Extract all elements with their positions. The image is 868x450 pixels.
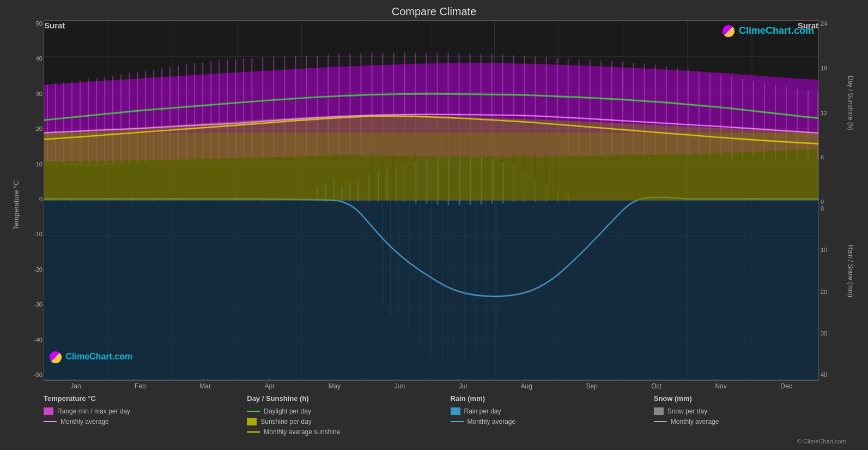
temp-avg-line — [44, 421, 57, 422]
chart-plot: Surat Surat ClimeChart.com ClimeChart.co… — [44, 20, 819, 380]
svg-rect-160 — [481, 116, 481, 200]
svg-rect-64 — [453, 200, 454, 367]
svg-rect-152 — [393, 116, 393, 200]
legend-rain-avg: Monthly average — [451, 418, 654, 425]
svg-rect-65 — [464, 200, 465, 364]
svg-rect-159 — [470, 116, 470, 200]
y-axis-left-label: Temperature °C — [12, 180, 20, 230]
svg-rect-165 — [535, 116, 536, 200]
svg-rect-66 — [475, 200, 476, 354]
y-axis-right-top-label: Day / Sunshine (h) — [847, 76, 854, 130]
legend: Temperature °C Range min / max per day M… — [11, 390, 857, 437]
x-axis: Jan Feb Mar Apr May Jun Jul Aug Sep Oct … — [44, 380, 819, 390]
temp-range-swatch — [44, 407, 53, 415]
svg-rect-163 — [513, 116, 514, 200]
brand-icon-bottom — [50, 351, 62, 363]
svg-rect-162 — [502, 116, 503, 200]
chart-main: Surat Surat ClimeChart.com ClimeChart.co… — [44, 20, 819, 390]
daylight-line — [247, 411, 260, 412]
brand-logo-top: ClimeChart.com — [723, 25, 814, 37]
sunshine-swatch — [247, 418, 257, 425]
legend-sunshine-per-day: Sunshine per day — [247, 418, 450, 425]
page-title: Compare Climate — [11, 5, 857, 18]
legend-sunshine-avg-label: Monthly average sunshine — [264, 428, 340, 436]
rain-swatch — [451, 407, 460, 415]
legend-snow-per-day: Snow per day — [654, 407, 857, 415]
legend-sunshine: Day / Sunshine (h) Daylight per day Suns… — [247, 394, 450, 436]
svg-rect-151 — [382, 116, 383, 200]
svg-rect-59 — [398, 200, 399, 316]
month-apr: Apr — [264, 382, 275, 390]
y-axis-right-bottom-label: Rain / Snow (mm) — [847, 245, 854, 297]
svg-rect-157 — [448, 116, 448, 200]
month-mar: Mar — [199, 382, 211, 390]
legend-temp-range: Range min / max per day — [44, 407, 247, 415]
legend-sunshine-title: Day / Sunshine (h) — [247, 394, 450, 403]
svg-rect-161 — [491, 116, 492, 200]
legend-daylight: Daylight per day — [247, 407, 450, 415]
location-label-left: Surat — [44, 21, 65, 30]
legend-rain-avg-label: Monthly average — [468, 418, 516, 425]
sunshine-avg-line — [247, 431, 260, 433]
legend-snow-avg-label: Monthly average — [671, 418, 719, 425]
y-axis-right-top-ticks: 24 18 12 6 0 — [821, 20, 827, 205]
legend-temperature: Temperature °C Range min / max per day M… — [44, 394, 247, 436]
y-axis-left-ticks: 50 40 30 20 10 0 -10 -20 -30 -40 -50 — [23, 20, 43, 378]
legend-temp-avg-label: Monthly average — [60, 418, 109, 425]
legend-rain-per-day: Rain per day — [451, 407, 654, 415]
svg-rect-154 — [415, 116, 415, 200]
brand-text-top: ClimeChart.com — [739, 25, 814, 36]
svg-rect-150 — [371, 116, 372, 200]
legend-snow-title: Snow (mm) — [654, 394, 857, 403]
legend-temp-range-label: Range min / max per day — [57, 407, 130, 415]
svg-rect-68 — [497, 200, 497, 328]
legend-rain-per-day-label: Rain per day — [464, 407, 501, 415]
legend-snow: Snow (mm) Snow per day Monthly average — [654, 394, 857, 436]
month-oct: Oct — [651, 382, 661, 390]
legend-snow-per-day-label: Snow per day — [667, 407, 707, 415]
month-sep: Sep — [586, 382, 597, 390]
legend-sunshine-avg: Monthly average sunshine — [247, 428, 450, 436]
month-jan: Jan — [70, 382, 81, 390]
legend-temp-avg: Monthly average — [44, 418, 247, 425]
month-may: May — [329, 382, 341, 390]
legend-temperature-title: Temperature °C — [44, 394, 247, 403]
month-aug: Aug — [521, 382, 532, 390]
y-axis-right: 24 18 12 6 0 0 10 20 30 40 Day / Sunshin… — [819, 20, 857, 390]
snow-swatch — [654, 407, 664, 415]
month-jun: Jun — [394, 382, 405, 390]
legend-sunshine-per-day-label: Sunshine per day — [260, 418, 311, 425]
svg-rect-60 — [409, 200, 410, 328]
svg-rect-167 — [557, 116, 557, 200]
svg-rect-67 — [486, 200, 487, 341]
month-dec: Dec — [780, 382, 792, 390]
month-jul: Jul — [459, 382, 467, 390]
legend-rain: Rain (mm) Rain per day Monthly average — [451, 394, 654, 436]
copyright: © ClimeChart.com — [11, 438, 857, 445]
legend-snow-avg: Monthly average — [654, 418, 857, 425]
svg-rect-153 — [404, 116, 404, 200]
svg-rect-63 — [442, 200, 443, 361]
rain-avg-line — [451, 421, 464, 422]
svg-rect-69 — [382, 200, 383, 303]
brand-icon-top — [723, 25, 735, 37]
svg-rect-62 — [432, 200, 432, 354]
y-axis-left: Temperature °C 50 40 30 20 10 0 -10 -20 … — [11, 20, 44, 390]
svg-rect-158 — [459, 116, 459, 200]
legend-daylight-label: Daylight per day — [264, 407, 311, 415]
chart-svg — [44, 21, 818, 380]
svg-rect-156 — [437, 116, 438, 200]
svg-rect-164 — [524, 116, 525, 200]
brand-text-bottom: ClimeChart.com — [65, 352, 132, 361]
legend-rain-title: Rain (mm) — [451, 394, 654, 403]
month-feb: Feb — [135, 382, 146, 390]
svg-rect-70 — [390, 200, 391, 316]
month-nov: Nov — [715, 382, 726, 390]
y-axis-right-bottom-ticks: 0 10 20 30 40 — [821, 205, 827, 378]
svg-rect-166 — [546, 116, 547, 200]
svg-rect-155 — [426, 116, 426, 200]
snow-avg-line — [654, 421, 667, 422]
brand-logo-bottom: ClimeChart.com — [50, 351, 132, 363]
